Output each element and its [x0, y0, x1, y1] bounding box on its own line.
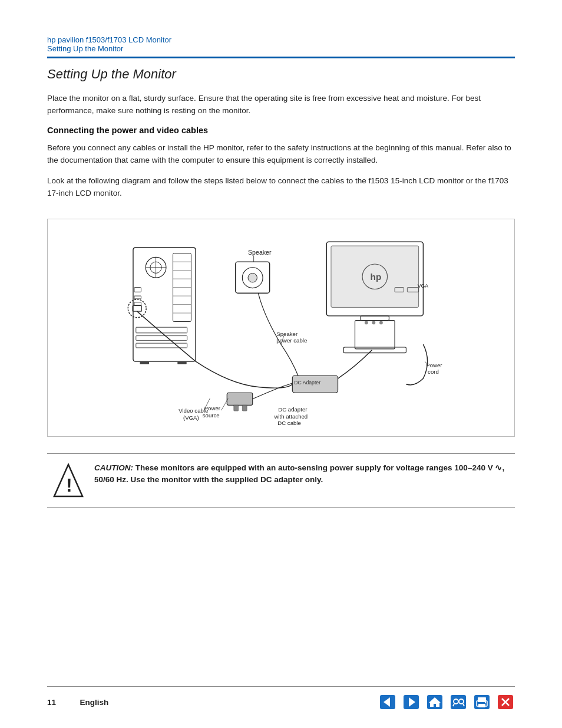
svg-rect-77 — [478, 697, 486, 702]
svg-rect-44 — [234, 405, 239, 411]
footer-navigation — [378, 694, 515, 710]
footer-page-number: 11 — [47, 698, 71, 707]
intro-paragraph: Place the monitor on a flat, sturdy surf… — [47, 93, 515, 117]
section-heading: Connecting the power and video cables — [47, 126, 515, 135]
svg-rect-37 — [343, 347, 406, 353]
svg-text:Speaker: Speaker — [248, 248, 272, 255]
svg-rect-43 — [227, 393, 252, 405]
caution-label: CAUTION: — [94, 463, 133, 472]
caution-body: These monitors are equipped with an auto… — [94, 463, 504, 485]
svg-rect-79 — [478, 704, 485, 707]
svg-text:hp: hp — [371, 272, 382, 282]
breadcrumb: hp pavilion f1503/f1703 LCD Monitor Sett… — [47, 35, 515, 53]
paragraph-2: Look at the following diagram and follow… — [47, 175, 515, 200]
breadcrumb-line2: Setting Up the Monitor — [47, 44, 515, 53]
caution-icon: ! — [53, 462, 84, 499]
svg-text:VGA: VGA — [418, 282, 429, 288]
svg-text:Speaker: Speaker — [276, 330, 298, 337]
nav-forward-button[interactable] — [402, 694, 421, 710]
svg-rect-19 — [140, 361, 149, 364]
svg-text:DC Adapter: DC Adapter — [294, 379, 320, 385]
svg-text:source: source — [203, 411, 220, 418]
diagram-container: Speaker hp VGA DC Adapter — [47, 219, 515, 437]
svg-text:(VGA): (VGA) — [183, 414, 199, 420]
footer: 11 English — [47, 686, 515, 710]
connection-diagram: Speaker hp VGA DC Adapter — [116, 230, 446, 430]
svg-text:!: ! — [66, 475, 72, 496]
breadcrumb-line1: hp pavilion f1503/f1703 LCD Monitor — [47, 35, 515, 44]
svg-rect-45 — [242, 405, 247, 411]
svg-text:Power: Power — [426, 361, 442, 368]
svg-point-38 — [365, 321, 368, 324]
svg-point-39 — [372, 321, 375, 324]
page-title: Setting Up the Monitor — [47, 67, 515, 82]
caution-text: CAUTION: These monitors are equipped wit… — [94, 462, 509, 487]
nav-back-button[interactable] — [378, 694, 397, 710]
svg-point-80 — [485, 702, 486, 703]
nav-search-button[interactable] — [449, 694, 468, 710]
svg-text:DC adapter: DC adapter — [278, 406, 308, 413]
svg-point-25 — [248, 273, 257, 282]
svg-text:cord: cord — [428, 368, 439, 375]
svg-text:Power: Power — [204, 405, 221, 411]
nav-home-button[interactable] — [425, 694, 444, 710]
svg-rect-15 — [134, 302, 141, 305]
caution-box: ! CAUTION: These monitors are equipped w… — [47, 453, 515, 508]
svg-rect-18 — [136, 343, 187, 348]
svg-rect-36 — [355, 320, 395, 348]
svg-point-40 — [379, 321, 383, 324]
nav-print-button[interactable] — [472, 694, 491, 710]
svg-rect-20 — [177, 361, 186, 364]
svg-rect-17 — [136, 335, 187, 340]
footer-language: English — [80, 698, 109, 707]
blue-divider — [47, 57, 515, 58]
svg-text:DC cable: DC cable — [277, 420, 301, 426]
svg-text:with attached: with attached — [273, 413, 308, 419]
page-container: hp pavilion f1503/f1703 LCD Monitor Sett… — [0, 0, 562, 728]
svg-rect-14 — [134, 296, 141, 299]
svg-rect-22 — [133, 305, 141, 311]
nav-close-button[interactable] — [496, 694, 515, 710]
svg-rect-13 — [134, 287, 141, 292]
paragraph-1: Before you connect any cables or install… — [47, 142, 515, 167]
svg-text:power cable: power cable — [276, 337, 307, 344]
svg-rect-35 — [361, 315, 389, 320]
